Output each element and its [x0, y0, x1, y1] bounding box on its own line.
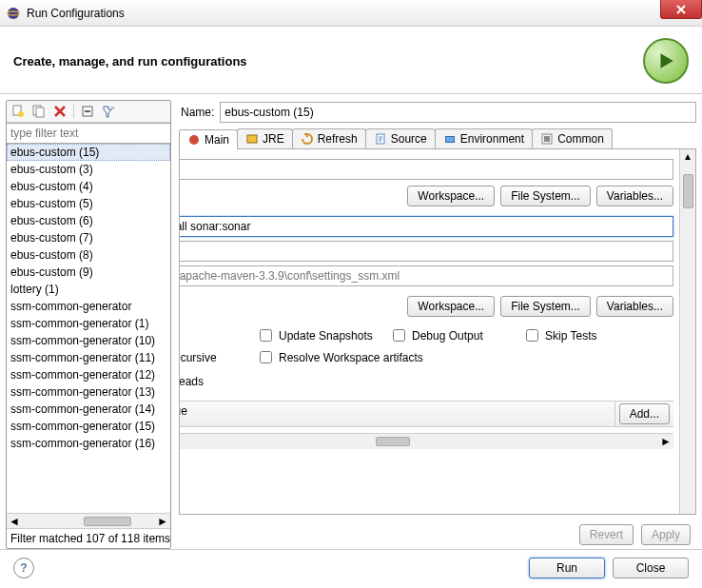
add-button[interactable]: Add...: [619, 403, 670, 424]
update-snapshots-checkbox[interactable]: Update Snapshots: [256, 326, 389, 344]
offline-checkbox[interactable]: Offline: [180, 326, 256, 344]
svg-rect-13: [544, 136, 550, 142]
main-tab-panel: us-custom} Workspace... File System... V…: [179, 149, 696, 515]
separator: [73, 105, 74, 118]
variables-button[interactable]: Variables...: [596, 186, 673, 206]
name-label: Name:: [181, 106, 214, 119]
panel-vertical-scrollbar[interactable]: ▴: [679, 149, 695, 514]
tree-item[interactable]: ebus-custom (15): [7, 144, 170, 161]
scroll-right-icon[interactable]: ►: [660, 435, 672, 448]
tree-item[interactable]: ssm-common-generator (1): [7, 315, 170, 332]
details-pane: Name: MainJRERefreshSourceEnvironmentCom…: [175, 100, 702, 549]
tab-main[interactable]: Main: [179, 129, 238, 149]
run-button[interactable]: Run: [529, 558, 605, 578]
non-recursive-checkbox[interactable]: Non-recursive: [180, 348, 256, 366]
resolve-workspace-checkbox[interactable]: Resolve Workspace artifacts: [256, 348, 522, 366]
svg-point-7: [189, 135, 199, 145]
tree-item[interactable]: ebus-custom (3): [7, 161, 170, 178]
tree-item[interactable]: ssm-common-generator: [7, 298, 170, 315]
tree-item[interactable]: ebus-custom (8): [7, 246, 170, 264]
tab-label: Refresh: [318, 132, 358, 146]
revert-button[interactable]: Revert: [579, 524, 634, 545]
tree-item[interactable]: ssm-common-generator (16): [7, 435, 170, 452]
svg-point-3: [18, 111, 24, 117]
tab-environment[interactable]: Environment: [435, 128, 533, 148]
duplicate-icon[interactable]: [31, 104, 47, 119]
name-input[interactable]: [220, 102, 696, 123]
tree-item[interactable]: ebus-custom (5): [7, 195, 170, 212]
tree-item[interactable]: ebus-custom (4): [7, 178, 170, 195]
tree-item[interactable]: ssm-common-generator (11): [7, 349, 170, 366]
tab-common[interactable]: Common: [532, 128, 613, 148]
tree-item[interactable]: lottery (1): [7, 281, 170, 298]
config-tree[interactable]: ebus-custom (15)ebus-custom (3)ebus-cust…: [7, 144, 170, 513]
config-tree-pane: ebus-custom (15)ebus-custom (3)ebus-cust…: [6, 100, 171, 549]
variables-button-2[interactable]: Variables...: [596, 296, 673, 317]
params-table-header: me Value Add...: [180, 401, 673, 427]
delete-icon[interactable]: [52, 104, 68, 119]
apply-button[interactable]: Apply: [641, 524, 691, 545]
tree-item[interactable]: ssm-common-generator (10): [7, 332, 170, 349]
scroll-right-icon[interactable]: ►: [157, 515, 168, 528]
tab-jre[interactable]: JRE: [237, 128, 293, 148]
goals-input[interactable]: [180, 216, 673, 237]
main-tab-icon: [187, 133, 201, 147]
filter-icon[interactable]: [101, 104, 116, 119]
tab-label: Main: [205, 133, 229, 147]
scroll-left-icon[interactable]: ◄: [9, 515, 20, 528]
title-bar: Run Configurations: [0, 0, 702, 27]
tree-item[interactable]: ssm-common-generator (12): [7, 366, 170, 383]
workspace-button-2[interactable]: Workspace...: [407, 296, 495, 317]
svg-rect-5: [36, 108, 44, 117]
tab-refresh[interactable]: Refresh: [292, 128, 366, 148]
window-close-button[interactable]: [660, 0, 702, 19]
svg-rect-11: [446, 137, 454, 142]
window-title: Run Configurations: [27, 7, 125, 20]
scroll-thumb[interactable]: [84, 517, 131, 526]
svg-point-0: [8, 8, 19, 19]
environment-tab-icon: [443, 132, 457, 146]
panel-horizontal-scrollbar[interactable]: ◄ ►: [180, 433, 673, 449]
tree-item[interactable]: ssm-common-generator (14): [7, 401, 170, 418]
skip-tests-checkbox[interactable]: Skip Tests: [522, 326, 655, 344]
tree-toolbar: [7, 101, 170, 123]
close-button[interactable]: Close: [613, 558, 689, 578]
base-directory-field[interactable]: us-custom}: [180, 159, 673, 180]
common-tab-icon: [540, 132, 554, 146]
filter-status: Filter matched 107 of 118 items: [7, 528, 170, 548]
tab-label: Common: [557, 132, 604, 146]
run-icon-button[interactable]: [643, 38, 689, 84]
tree-item[interactable]: ebus-custom (7): [7, 229, 170, 246]
tab-label: Environment: [460, 132, 524, 146]
source-tab-icon: [374, 132, 387, 146]
col-value: Value: [180, 402, 615, 426]
tab-label: JRE: [263, 132, 284, 146]
profiles-input[interactable]: [180, 241, 673, 262]
header: Create, manage, and run configurations: [0, 27, 702, 93]
tab-bar: MainJRERefreshSourceEnvironmentCommon: [179, 128, 696, 149]
filter-input[interactable]: [7, 123, 170, 144]
scroll-thumb[interactable]: [376, 437, 410, 446]
tree-item[interactable]: ssm-common-generator (15): [7, 418, 170, 435]
settings-path-field[interactable]: [180, 265, 673, 286]
options-checkboxes: Offline Update Snapshots Debug Output Sk…: [180, 326, 673, 366]
tree-horizontal-scrollbar[interactable]: ◄ ►: [7, 513, 170, 528]
new-icon[interactable]: [10, 104, 26, 119]
svg-rect-8: [247, 135, 257, 143]
tab-label: Source: [391, 132, 427, 146]
filesystem-button-2[interactable]: File System...: [500, 296, 591, 317]
workspace-button[interactable]: Workspace...: [407, 186, 495, 206]
tree-item[interactable]: ebus-custom (9): [7, 264, 170, 281]
tab-source[interactable]: Source: [365, 128, 436, 148]
tree-item[interactable]: ebus-custom (6): [7, 212, 170, 229]
scroll-thumb[interactable]: [683, 174, 693, 208]
scroll-up-icon[interactable]: ▴: [685, 149, 691, 163]
collapse-all-icon[interactable]: [80, 104, 95, 119]
filesystem-button[interactable]: File System...: [500, 186, 591, 206]
header-title: Create, manage, and run configurations: [13, 54, 247, 69]
jre-tab-icon: [245, 132, 259, 146]
threads-label: Threads: [180, 375, 204, 388]
debug-output-checkbox[interactable]: Debug Output: [389, 326, 522, 344]
tree-item[interactable]: ssm-common-generator (13): [7, 383, 170, 401]
help-icon[interactable]: ?: [13, 558, 34, 578]
